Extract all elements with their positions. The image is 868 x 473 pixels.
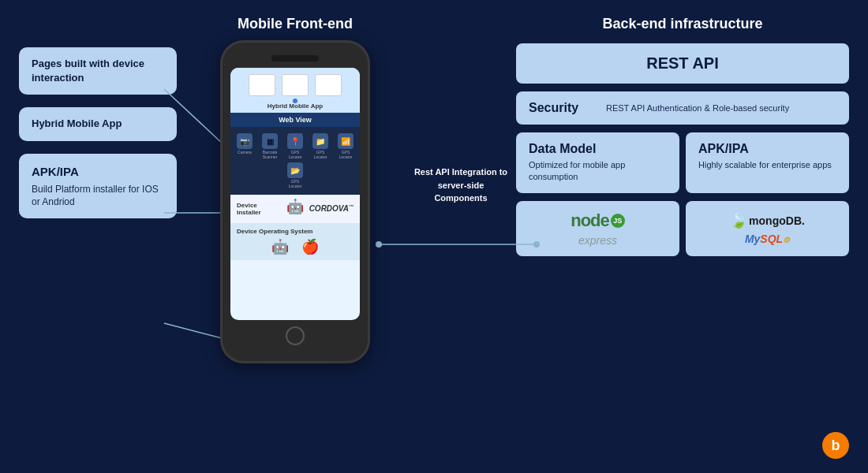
android-icon: 🤖 [271, 238, 289, 255]
phone-mockup: Hybrid Mobile App Web View 📷 Camera ▦ Ba… [220, 40, 370, 363]
icon-gps1: 📍 GPS Locator [284, 133, 306, 159]
branding-logo: b [822, 432, 849, 459]
cordova-brand: CORDOVA™ [309, 204, 354, 213]
gps-locator2-icon: 📁 [312, 133, 328, 149]
apple-icon: 🍎 [301, 238, 319, 255]
rest-api-connector-label: Rest API Integration to server-side Comp… [413, 166, 508, 205]
carousel-card-3 [315, 74, 342, 96]
data-model-title: Data Model [529, 142, 667, 156]
data-model-row: Data Model Optimized for mobile app cons… [516, 132, 849, 193]
mysql-text: MySQL⚙ [745, 233, 790, 245]
express-text: express [578, 234, 617, 247]
center-column: Mobile Front-end Hybrid Mobile App Web V… [185, 16, 406, 363]
device-os-section: Device Operating System 🤖 🍎 [230, 223, 360, 260]
phone-notch [271, 55, 319, 61]
data-model-sub: Optimized for mobile app consumption [529, 159, 667, 184]
icon-gps4: 📂 GPS Locator [284, 162, 306, 188]
connector-area: Rest API Integration to server-side Comp… [413, 16, 508, 205]
icon-gps2: 📁 GPS Locator [309, 133, 331, 159]
mongodb-leaf-icon: 🍃 [730, 212, 747, 229]
hybrid-app-title: Hybrid Mobile App [32, 117, 122, 129]
icon-gps3: 📶 GPS Locator [335, 133, 357, 159]
left-column: Pages built with device interaction Hybr… [19, 16, 177, 218]
node-text: node [571, 210, 609, 231]
right-column: Back-end infrastructure REST API Securit… [516, 16, 849, 256]
apk-ipa-right-sub: Highly scalable for enterprise apps [698, 159, 836, 171]
security-sub: REST API Authentication & Role-based sec… [606, 102, 789, 114]
rest-api-card: REST API [516, 43, 849, 84]
rest-api-title: REST API [527, 54, 838, 73]
pages-card-title: Pages built with device interaction [32, 58, 144, 84]
device-os-label: Device Operating System [237, 228, 354, 235]
carousel-card-1 [249, 74, 275, 96]
apk-ipa-right-title: APK/IPA [698, 142, 836, 156]
gps-locator-icon: 📍 [287, 133, 303, 149]
security-row: Security REST API Authentication & Role-… [529, 101, 836, 115]
webview-label: Web View [279, 116, 312, 124]
pages-card: Pages built with device interaction [19, 47, 177, 95]
security-card: Security REST API Authentication & Role-… [516, 91, 849, 125]
backend-title: Back-end infrastructure [516, 16, 849, 32]
phone-home-button [286, 326, 305, 345]
robot-icon: 🤖 [286, 199, 305, 218]
apk-ipa-title: APK/IPA [32, 163, 164, 180]
mongodb-text: mongoDB. [749, 214, 805, 227]
node-logo-group: node JS [571, 210, 625, 231]
gps-locator3-icon: 📶 [338, 133, 354, 149]
carousel-icons [235, 74, 355, 96]
branding-letter: b [832, 438, 840, 454]
nodejs-badge: JS [611, 214, 625, 228]
data-model-card: Data Model Optimized for mobile app cons… [516, 132, 679, 193]
screen-top: Hybrid Mobile App [230, 68, 360, 113]
icons-grid: 📷 Camera ▦ Barcode Scanner 📍 GPS Locator… [230, 127, 360, 195]
cordova-section: Device Installer 🤖 CORDOVA™ [230, 195, 360, 223]
cordova-label: Device Installer [237, 202, 282, 216]
main-container: Pages built with device interaction Hybr… [0, 0, 868, 473]
tech-logos-row: node JS express 🍃 mongoDB. MySQL⚙ [516, 201, 849, 256]
security-title: Security [529, 101, 600, 115]
security-title-block: Security [529, 101, 600, 115]
barcode-icon: ▦ [262, 133, 278, 149]
apk-ipa-card: APK/IPA Build Platform installer for IOS… [19, 154, 177, 219]
mongodb-logo-group: 🍃 mongoDB. [730, 212, 805, 229]
mongo-mysql-card: 🍃 mongoDB. MySQL⚙ [686, 201, 849, 256]
icon-barcode: ▦ Barcode Scanner [259, 133, 281, 159]
mobile-frontend-title: Mobile Front-end [238, 16, 353, 32]
hybrid-app-card: Hybrid Mobile App [19, 107, 177, 140]
hybrid-mobile-label: Hybrid Mobile App [235, 102, 355, 110]
camera-icon: 📷 [237, 133, 253, 149]
apk-ipa-right-card: APK/IPA Highly scalable for enterprise a… [686, 132, 849, 193]
apk-ipa-sub: Build Platform installer for IOS or Andr… [32, 183, 164, 210]
icon-camera: 📷 Camera [234, 133, 256, 159]
carousel-card-active [282, 74, 309, 96]
gps-locator4-icon: 📂 [287, 162, 303, 178]
webview-bar: Web View [230, 113, 360, 127]
node-express-card: node JS express [516, 201, 679, 256]
os-icons: 🤖 🍎 [237, 238, 354, 255]
phone-screen: Hybrid Mobile App Web View 📷 Camera ▦ Ba… [230, 68, 360, 320]
